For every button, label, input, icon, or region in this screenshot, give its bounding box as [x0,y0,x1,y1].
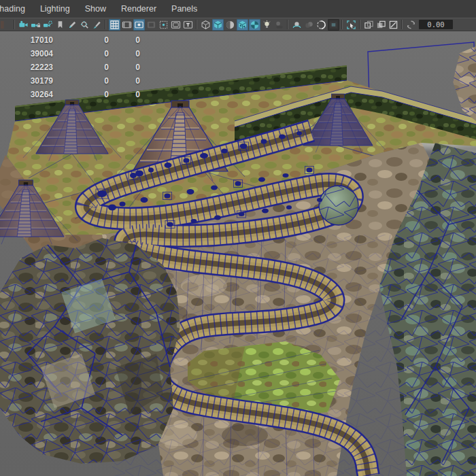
toolbar-separator [401,20,403,29]
menu-renderer[interactable]: Renderer [118,0,160,18]
lock-camera-icon[interactable] [30,19,41,31]
toolbar-separator [359,20,361,29]
track-prop[interactable] [200,153,208,158]
track-prop[interactable] [108,205,116,211]
hud-value: 0 [109,33,140,47]
track-prop[interactable] [214,216,221,220]
shaded-display-icon[interactable] [212,19,224,31]
grease-pencil-icon[interactable] [67,19,78,31]
hud-value: 22223 [0,61,53,74]
xray-joints-icon[interactable] [388,19,399,31]
hud-value: 0 [53,33,109,47]
track-prop[interactable] [240,143,248,149]
menu-shading[interactable]: Shading [0,0,29,18]
panel-menu-bar: ShadingLightingShowRendererPanels [0,0,476,18]
field-chart-icon[interactable] [158,19,169,31]
hud-row: 3026400 [0,88,140,101]
track-prop[interactable] [191,219,197,223]
hud-row: 1701000 [0,33,140,47]
hud-value: 30179 [0,74,53,88]
anti-aliasing-icon[interactable] [316,19,327,31]
track-prop[interactable] [167,222,173,227]
toolbar-separator [287,20,289,29]
track-prop[interactable] [239,212,245,216]
track-prop[interactable] [296,131,302,135]
track-prop[interactable] [317,198,322,202]
hud-value: 0 [109,88,140,101]
track-prop[interactable] [235,182,241,186]
textured-sphere-icon[interactable] [224,19,236,31]
hud-value: 39004 [0,47,53,61]
poly-count-hud: 17010003900400222230030179003026400 [0,33,140,101]
track-prop[interactable] [120,202,126,207]
xray-active-components-icon[interactable] [375,19,387,31]
track-prop[interactable] [135,171,143,177]
depth-of-field-icon[interactable] [328,19,339,31]
track-prop[interactable] [261,139,267,144]
shadows-icon[interactable] [273,19,285,31]
hud-value: 0 [109,74,140,88]
track-prop[interactable] [258,177,265,182]
boulder-sphere[interactable] [319,186,358,225]
toolbar-separator [341,20,343,29]
hud-value: 0 [53,74,109,88]
resolution-gate-icon[interactable] [133,19,145,31]
track-prop[interactable] [165,163,172,168]
hud-value: 17010 [0,33,53,47]
track-prop[interactable] [97,190,107,197]
hud-value: 30264 [0,88,53,101]
hud-value: 0 [53,61,109,74]
toolbar-separator [196,20,198,29]
hud-value: 0 [109,61,140,74]
wireframe-on-shaded-icon[interactable] [249,19,260,31]
hud-value: 0 [53,88,109,101]
track-prop[interactable] [283,173,289,177]
track-prop[interactable] [187,189,194,194]
film-gate-icon[interactable] [121,19,133,31]
rocks-bottom-left[interactable] [0,238,180,464]
isolate-select-icon[interactable] [345,19,357,31]
track-prop[interactable] [262,209,269,214]
wireframe-display-icon[interactable] [200,19,211,31]
pan-zoom-icon[interactable] [79,19,90,31]
exposure-icon[interactable] [405,19,417,31]
toolbar-separator [14,20,16,29]
safe-action-icon[interactable] [170,19,182,31]
camera-attributes-icon[interactable] [42,19,54,31]
hud-row: 3900400 [0,47,140,61]
hud-row: 3017900 [0,74,140,88]
track-prop[interactable] [307,168,313,173]
motion-blur-icon[interactable] [303,19,315,31]
clipped-left-icon[interactable] [0,19,12,31]
toolbar-separator [105,20,107,29]
grid-icon[interactable] [109,19,120,31]
menu-show[interactable]: Show [82,0,109,18]
menu-panels[interactable]: Panels [168,0,201,18]
hud-value: 0 [109,47,140,61]
textured-display-icon[interactable] [237,19,248,31]
track-prop[interactable] [141,197,148,203]
hud-value: 0 [53,47,109,61]
track-prop[interactable] [222,149,228,154]
exposure-value-field[interactable]: 0.00 [419,20,453,29]
select-camera-icon[interactable] [18,19,29,31]
xray-icon[interactable] [363,19,375,31]
track-prop[interactable] [279,135,286,139]
track-prop[interactable] [148,168,154,173]
panel-toolbar: 0.00 [0,18,476,31]
ambient-occlusion-icon[interactable] [291,19,303,31]
track-prop[interactable] [165,194,171,199]
hud-row: 2222300 [0,61,140,74]
gate-mask-icon[interactable] [146,19,157,31]
track-prop[interactable] [184,158,190,163]
bookmark-icon[interactable] [54,19,66,31]
safe-title-icon[interactable] [182,19,194,31]
track-prop[interactable] [211,186,218,190]
track-prop[interactable] [286,205,292,209]
use-all-lights-icon[interactable] [261,19,273,31]
menu-lighting[interactable]: Lighting [37,0,73,18]
paint-tool-icon[interactable] [91,19,103,31]
